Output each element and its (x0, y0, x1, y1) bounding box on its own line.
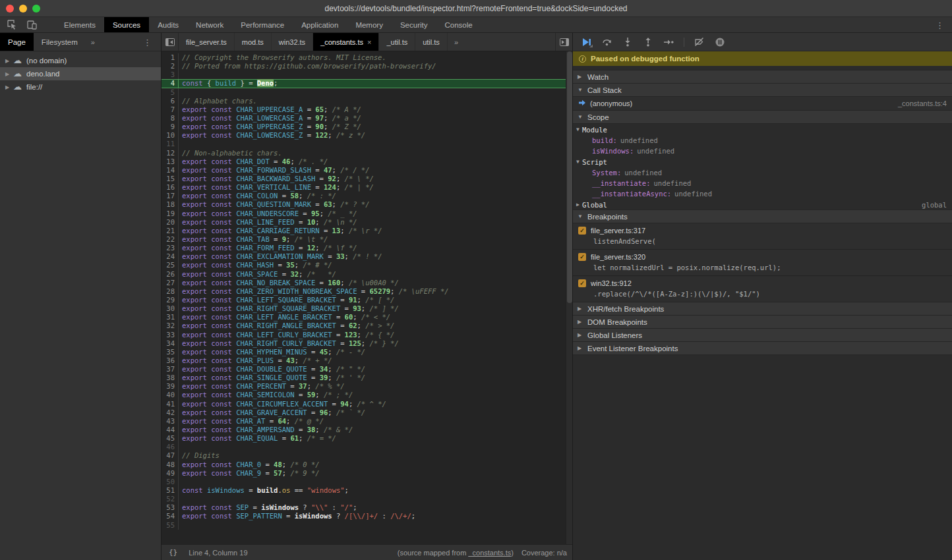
scope-property[interactable]: build:undefined (573, 135, 952, 146)
code-text[interactable]: export const CHAR_LINE_FEED = 10; /* \n … (179, 218, 357, 227)
line-number[interactable]: 51 (162, 486, 179, 495)
line-number[interactable]: 41 (162, 400, 179, 408)
line-number[interactable]: 43 (162, 417, 179, 426)
line-number[interactable]: 40 (162, 391, 179, 399)
line-number[interactable]: 32 (162, 322, 179, 330)
code-text[interactable]: export const CHAR_UPPERCASE_A = 65; /* A… (179, 105, 361, 114)
line-number[interactable]: 49 (162, 469, 179, 478)
line-number[interactable]: 9 (162, 123, 179, 131)
line-number[interactable]: 4 (162, 79, 179, 88)
code-text[interactable]: export const CHAR_BACKWARD_SLASH = 92; /… (179, 175, 374, 183)
line-number[interactable]: 55 (162, 521, 179, 530)
line-number[interactable]: 1 (162, 53, 179, 62)
chevron-right-icon[interactable]: ▶ (5, 84, 13, 90)
line-number[interactable]: 34 (162, 339, 179, 348)
line-number[interactable]: 53 (162, 503, 179, 512)
editor-tab[interactable]: win32.ts (272, 33, 313, 51)
code-text[interactable]: export const CHAR_GRAVE_ACCENT = 96; /* … (179, 408, 365, 417)
line-number[interactable]: 44 (162, 426, 179, 434)
section-breakpoints[interactable]: ▼Breakpoints (573, 210, 952, 223)
main-tab-audits[interactable]: Audits (149, 17, 187, 32)
scope-property[interactable]: __instantiate:undefined (573, 178, 952, 188)
code-text[interactable]: export const CHAR_TAB = 9; /* \t */ (179, 235, 328, 244)
main-tab-elements[interactable]: Elements (55, 17, 104, 32)
line-number[interactable]: 5 (162, 88, 179, 97)
code-text[interactable] (179, 521, 182, 530)
line-number[interactable]: 29 (162, 296, 179, 304)
line-number[interactable]: 16 (162, 183, 179, 192)
code-text[interactable]: export const CHAR_PLUS = 43; /* + */ (179, 356, 332, 365)
step-out-icon[interactable] (641, 36, 655, 48)
line-number[interactable]: 45 (162, 434, 179, 443)
call-stack-frame[interactable]: (anonymous)_constants.ts:4 (573, 97, 952, 111)
tree-item[interactable]: ▶☁deno.land (0, 67, 161, 80)
line-number[interactable]: 17 (162, 192, 179, 200)
line-number[interactable]: 15 (162, 175, 179, 183)
code-text[interactable]: export const CHAR_DOUBLE_QUOTE = 34; /* … (179, 365, 365, 374)
main-tab-application[interactable]: Application (293, 17, 347, 32)
breakpoint-checkbox[interactable]: ✓ (578, 227, 586, 235)
code-text[interactable]: export const CHAR_FORWARD_SLASH = 47; /*… (179, 166, 370, 175)
breakpoint-entry[interactable]: ✓file_server.ts:320let normalizedUrl = p… (573, 250, 952, 276)
code-text[interactable]: export const CHAR_9 = 57; /* 9 */ (179, 469, 320, 478)
line-number[interactable]: 39 (162, 382, 179, 391)
code-text[interactable]: export const CHAR_RIGHT_SQUARE_BRACKET =… (179, 304, 399, 313)
main-tab-security[interactable]: Security (392, 17, 436, 32)
line-number[interactable]: 38 (162, 374, 179, 382)
line-number[interactable]: 54 (162, 512, 179, 520)
step-into-icon[interactable] (620, 36, 635, 48)
zoom-window-button[interactable] (32, 5, 40, 13)
code-text[interactable]: const { build } = Deno; (179, 79, 278, 88)
line-number[interactable]: 26 (162, 270, 179, 279)
scope-group-global[interactable]: ▶Globalglobal (573, 199, 952, 210)
line-number[interactable]: 23 (162, 244, 179, 252)
section-call-stack[interactable]: ▼Call Stack (573, 83, 952, 97)
device-toolbar-icon[interactable] (24, 18, 40, 32)
step-over-icon[interactable] (600, 36, 614, 48)
code-text[interactable] (179, 140, 182, 148)
code-text[interactable]: // Non-alphabetic chars. (179, 149, 282, 157)
code-text[interactable]: // Digits (179, 451, 220, 460)
line-number[interactable]: 10 (162, 131, 179, 140)
navigator-tab-filesystem[interactable]: Filesystem (34, 33, 86, 51)
code-text[interactable]: // Alphabet chars. (179, 97, 257, 105)
code-text[interactable]: export const CHAR_NO_BREAK_SPACE = 160; … (179, 279, 399, 287)
breakpoint-entry[interactable]: ✓file_server.ts:317listenAndServe( (573, 223, 952, 250)
main-tab-performance[interactable]: Performance (232, 17, 293, 32)
line-number[interactable]: 37 (162, 365, 179, 374)
breakpoint-entry[interactable]: ✓win32.ts:912.replace(/^\/*([A-Za-z]:)(\… (573, 276, 952, 302)
inspect-element-icon[interactable] (4, 18, 20, 32)
chevron-right-icon[interactable]: ▶ (5, 58, 13, 64)
close-tab-icon[interactable]: × (367, 38, 371, 46)
line-number[interactable]: 46 (162, 443, 179, 451)
line-number[interactable]: 27 (162, 279, 179, 287)
section-xhr-fetch-breakpoints[interactable]: ▶XHR/fetch Breakpoints (573, 302, 952, 316)
code-text[interactable]: const isWindows = build.os == "windows"; (179, 486, 349, 495)
editor-tab[interactable]: util.ts (415, 33, 448, 51)
code-text[interactable]: export const CHAR_UNDERSCORE = 95; /* _ … (179, 210, 357, 218)
scope-group-script[interactable]: ▼Script (573, 156, 952, 167)
code-text[interactable]: export const CHAR_LOWERCASE_A = 97; /* a… (179, 114, 361, 123)
hide-navigator-icon[interactable] (162, 33, 179, 51)
line-number[interactable]: 7 (162, 105, 179, 114)
deactivate-breakpoints-icon[interactable] (692, 36, 707, 48)
line-number[interactable]: 20 (162, 218, 179, 227)
tree-item[interactable]: ▶☁(no domain) (0, 54, 161, 67)
section-scope[interactable]: ▼Scope (573, 110, 952, 124)
editor-tab[interactable]: _constants.ts× (313, 33, 379, 51)
code-text[interactable] (179, 70, 182, 79)
main-menu-kebab-icon[interactable]: ⋮ (932, 17, 948, 33)
code-text[interactable]: export const CHAR_CARRIAGE_RETURN = 13; … (179, 227, 382, 235)
editor-tab[interactable]: _util.ts (379, 33, 415, 51)
code-text[interactable]: export const CHAR_DOT = 46; /* . */ (179, 157, 328, 166)
editor-more-tabs-icon[interactable]: » (448, 33, 465, 51)
navigator-more-tabs-icon[interactable]: » (86, 33, 100, 51)
editor-tab[interactable]: file_server.ts (179, 33, 235, 51)
line-number[interactable]: 13 (162, 157, 179, 166)
main-tab-network[interactable]: Network (187, 17, 232, 32)
chevron-right-icon[interactable]: ▶ (5, 71, 13, 77)
code-text[interactable]: export const CHAR_ZERO_WIDTH_NOBREAK_SPA… (179, 287, 449, 296)
code-text[interactable] (179, 495, 182, 503)
code-text[interactable] (179, 88, 182, 97)
editor-scrollbar[interactable] (566, 51, 572, 544)
